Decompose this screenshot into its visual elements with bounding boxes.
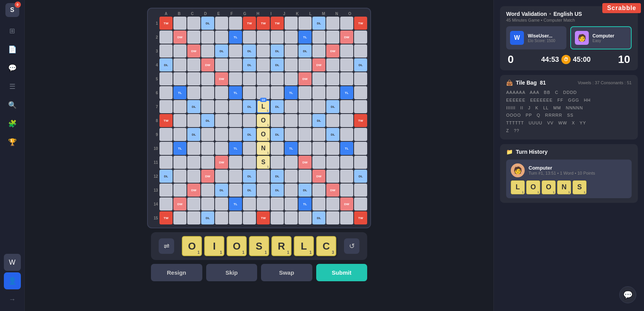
cell-r6-c8[interactable]: [257, 86, 270, 99]
cell-r12-c1[interactable]: DL: [159, 170, 173, 183]
cell-r14-c10[interactable]: [285, 197, 298, 211]
cell-r14-c7[interactable]: [243, 197, 256, 211]
cell-r15-c1[interactable]: TW: [159, 211, 173, 224]
cell-r12-c6[interactable]: [229, 170, 242, 183]
cell-r10-c12[interactable]: [312, 142, 325, 155]
cell-r14-c6[interactable]: TL: [229, 197, 242, 211]
cell-r10-c2[interactable]: TL: [173, 142, 186, 155]
placed-tile-r10-c8[interactable]: N1: [257, 142, 270, 155]
cell-r8-c6[interactable]: [229, 114, 242, 127]
cell-r12-c11[interactable]: [298, 170, 312, 183]
cell-r10-c6[interactable]: TL: [229, 142, 242, 155]
cell-r13-c14[interactable]: [340, 184, 353, 197]
cell-r8-c13[interactable]: [326, 114, 339, 127]
cell-r12-c5[interactable]: [215, 170, 228, 183]
cell-r9-c11[interactable]: [298, 128, 312, 141]
cell-r13-c10[interactable]: [285, 184, 298, 197]
sidebar-item-search[interactable]: 🔍: [4, 97, 21, 114]
cell-r6-c5[interactable]: [215, 86, 228, 99]
cell-r7-c1[interactable]: [159, 100, 173, 113]
cell-r12-c9[interactable]: DL: [271, 170, 284, 183]
cell-r13-c2[interactable]: [173, 184, 186, 197]
cell-r8-c15[interactable]: TW: [354, 114, 367, 127]
swap-button[interactable]: Swap: [261, 264, 312, 281]
cell-r10-c13[interactable]: [326, 142, 339, 155]
cell-r5-c12[interactable]: [312, 72, 325, 85]
cell-r7-c2[interactable]: [173, 100, 186, 113]
cell-r8-c14[interactable]: [340, 114, 353, 127]
cell-r5-c2[interactable]: [173, 72, 186, 85]
submit-button[interactable]: Submit: [316, 264, 368, 281]
placed-tile-r8-c8[interactable]: O1: [257, 114, 270, 127]
rack-tile-2[interactable]: O1: [227, 236, 247, 256]
cell-r9-c7[interactable]: DL: [243, 128, 256, 141]
cell-r11-c7[interactable]: [243, 156, 256, 169]
cell-r1-c13[interactable]: [326, 17, 339, 30]
cell-r10-c7[interactable]: [243, 142, 256, 155]
cell-r5-c11[interactable]: DW: [298, 72, 312, 85]
cell-r9-c13[interactable]: DL: [326, 128, 339, 141]
cell-r1-c15[interactable]: TW: [354, 17, 367, 30]
cell-r13-c4[interactable]: [201, 184, 214, 197]
cell-r6-c6[interactable]: TL: [229, 86, 242, 99]
cell-r15-c6[interactable]: [229, 211, 242, 224]
cell-r4-c1[interactable]: DL: [159, 58, 173, 71]
cell-r4-c13[interactable]: [326, 58, 339, 71]
cell-r14-c11[interactable]: TL: [298, 197, 312, 211]
cell-r14-c12[interactable]: [312, 197, 325, 211]
cell-r15-c11[interactable]: [298, 211, 312, 224]
cell-r3-c13[interactable]: DW: [326, 44, 339, 58]
cell-r1-c10[interactable]: [285, 17, 298, 30]
cell-r13-c6[interactable]: [229, 184, 242, 197]
cell-r15-c15[interactable]: TW: [354, 211, 367, 224]
cell-r2-c14[interactable]: DW: [340, 31, 353, 44]
rack-tile-1[interactable]: I1: [204, 236, 224, 256]
cell-r2-c9[interactable]: [271, 31, 284, 44]
cell-r7-c3[interactable]: DL: [187, 100, 200, 113]
cell-r5-c13[interactable]: [326, 72, 339, 85]
cell-r10-c14[interactable]: TL: [340, 142, 353, 155]
cell-r4-c10[interactable]: [285, 58, 298, 71]
cell-r13-c12[interactable]: [312, 184, 325, 197]
cell-r2-c13[interactable]: [326, 31, 339, 44]
cell-r15-c3[interactable]: [187, 211, 200, 224]
cell-r15-c10[interactable]: [285, 211, 298, 224]
shuffle-button[interactable]: ⇌: [159, 238, 174, 254]
cell-r9-c1[interactable]: [159, 128, 173, 141]
cell-r7-c4[interactable]: [201, 100, 214, 113]
cell-r1-c14[interactable]: [340, 17, 353, 30]
cell-r7-c9[interactable]: DL: [271, 100, 284, 113]
cell-r7-c13[interactable]: DL: [326, 100, 339, 113]
cell-r11-c3[interactable]: [187, 156, 200, 169]
cell-r8-c9[interactable]: [271, 114, 284, 127]
cell-r3-c10[interactable]: [285, 44, 298, 58]
cell-r12-c7[interactable]: DL: [243, 170, 256, 183]
resign-button[interactable]: Resign: [151, 264, 202, 281]
cell-r3-c11[interactable]: DL: [298, 44, 312, 58]
cell-r1-c7[interactable]: TW: [243, 17, 256, 30]
rack-tile-0[interactable]: O1: [182, 236, 202, 256]
cell-r6-c3[interactable]: [187, 86, 200, 99]
cell-r14-c1[interactable]: [159, 197, 173, 211]
cell-r9-c6[interactable]: [229, 128, 242, 141]
cell-r13-c5[interactable]: DL: [215, 184, 228, 197]
cell-r14-c14[interactable]: DW: [340, 197, 353, 211]
cell-r10-c10[interactable]: TL: [285, 142, 298, 155]
cell-r2-c15[interactable]: [354, 31, 367, 44]
cell-r11-c5[interactable]: DW: [215, 156, 228, 169]
cell-r13-c1[interactable]: [159, 184, 173, 197]
cell-r11-c2[interactable]: [173, 156, 186, 169]
cell-r5-c6[interactable]: [229, 72, 242, 85]
cell-r11-c15[interactable]: [354, 156, 367, 169]
cell-r9-c15[interactable]: [354, 128, 367, 141]
cell-r6-c11[interactable]: [298, 86, 312, 99]
cell-r5-c10[interactable]: [285, 72, 298, 85]
cell-r1-c9[interactable]: TW: [271, 17, 284, 30]
cell-r4-c5[interactable]: [215, 58, 228, 71]
cell-r3-c15[interactable]: [354, 44, 367, 58]
placed-tile-r7-c8[interactable]: 10L1: [257, 100, 270, 113]
rack-tile-6[interactable]: C3: [316, 236, 336, 256]
cell-r13-c9[interactable]: DL: [271, 184, 284, 197]
cell-r12-c12[interactable]: DW: [312, 170, 325, 183]
cell-r11-c13[interactable]: [326, 156, 339, 169]
